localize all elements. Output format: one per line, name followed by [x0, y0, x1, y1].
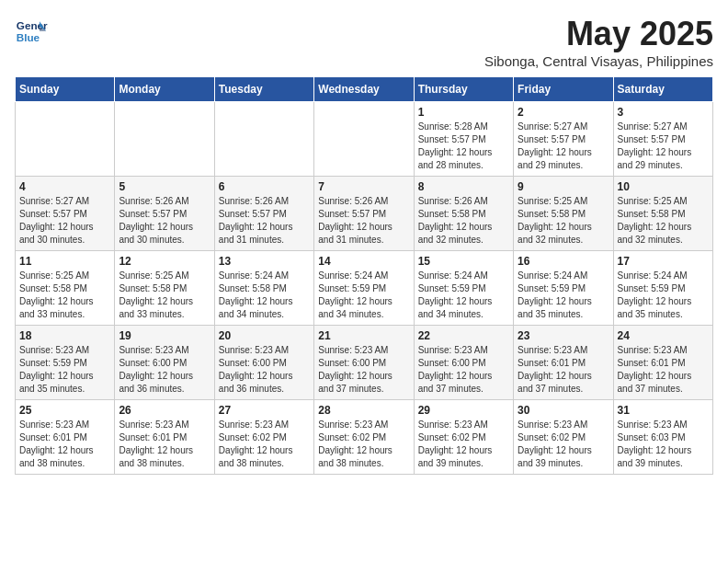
logo-icon: General Blue	[15, 15, 48, 48]
day-number: 18	[19, 329, 110, 342]
logo: General Blue	[15, 15, 48, 48]
calendar-cell: 2Sunrise: 5:27 AM Sunset: 5:57 PM Daylig…	[514, 102, 613, 177]
calendar-cell: 22Sunrise: 5:23 AM Sunset: 6:00 PM Dayli…	[414, 326, 513, 400]
day-number: 5	[119, 180, 210, 193]
weekday-header-saturday: Saturday	[613, 77, 712, 102]
day-number: 10	[618, 180, 709, 193]
calendar-table: SundayMondayTuesdayWednesdayThursdayFrid…	[15, 76, 713, 475]
weekday-header-friday: Friday	[514, 77, 613, 102]
day-number: 31	[618, 404, 709, 417]
calendar-week-3: 11Sunrise: 5:25 AM Sunset: 5:58 PM Dayli…	[16, 251, 713, 326]
day-number: 30	[518, 404, 609, 417]
day-number: 14	[318, 255, 409, 268]
day-number: 25	[19, 404, 110, 417]
day-number: 11	[19, 255, 110, 268]
calendar-cell: 4Sunrise: 5:27 AM Sunset: 5:57 PM Daylig…	[16, 177, 115, 251]
day-number: 15	[418, 255, 509, 268]
day-info: Sunrise: 5:26 AM Sunset: 5:58 PM Dayligh…	[418, 195, 509, 247]
calendar-week-2: 4Sunrise: 5:27 AM Sunset: 5:57 PM Daylig…	[16, 177, 713, 251]
calendar-cell: 7Sunrise: 5:26 AM Sunset: 5:57 PM Daylig…	[314, 177, 414, 251]
calendar-cell: 29Sunrise: 5:23 AM Sunset: 6:02 PM Dayli…	[414, 400, 513, 475]
day-info: Sunrise: 5:24 AM Sunset: 5:59 PM Dayligh…	[418, 270, 509, 321]
day-number: 7	[318, 180, 409, 193]
day-info: Sunrise: 5:25 AM Sunset: 5:58 PM Dayligh…	[119, 270, 210, 321]
calendar-cell: 21Sunrise: 5:23 AM Sunset: 6:00 PM Dayli…	[314, 326, 414, 400]
calendar-cell: 14Sunrise: 5:24 AM Sunset: 5:59 PM Dayli…	[314, 251, 414, 326]
calendar-cell	[214, 102, 313, 177]
day-info: Sunrise: 5:23 AM Sunset: 6:02 PM Dayligh…	[219, 419, 310, 470]
day-info: Sunrise: 5:25 AM Sunset: 5:58 PM Dayligh…	[618, 195, 709, 247]
day-info: Sunrise: 5:27 AM Sunset: 5:57 PM Dayligh…	[518, 121, 609, 172]
calendar-cell: 12Sunrise: 5:25 AM Sunset: 5:58 PM Dayli…	[115, 251, 214, 326]
calendar-cell: 16Sunrise: 5:24 AM Sunset: 5:59 PM Dayli…	[514, 251, 613, 326]
day-number: 22	[418, 329, 509, 342]
day-info: Sunrise: 5:24 AM Sunset: 5:59 PM Dayligh…	[618, 270, 709, 321]
day-number: 24	[618, 329, 709, 342]
day-number: 4	[19, 180, 110, 193]
day-info: Sunrise: 5:23 AM Sunset: 6:02 PM Dayligh…	[318, 419, 409, 470]
day-number: 17	[618, 255, 709, 268]
day-info: Sunrise: 5:23 AM Sunset: 6:01 PM Dayligh…	[518, 344, 609, 396]
calendar-cell: 3Sunrise: 5:27 AM Sunset: 5:57 PM Daylig…	[613, 102, 712, 177]
day-info: Sunrise: 5:23 AM Sunset: 6:02 PM Dayligh…	[418, 419, 509, 470]
day-info: Sunrise: 5:24 AM Sunset: 5:59 PM Dayligh…	[318, 270, 409, 321]
svg-text:Blue: Blue	[17, 31, 40, 43]
day-info: Sunrise: 5:23 AM Sunset: 6:02 PM Dayligh…	[518, 419, 609, 470]
calendar-cell: 17Sunrise: 5:24 AM Sunset: 5:59 PM Dayli…	[613, 251, 712, 326]
day-info: Sunrise: 5:23 AM Sunset: 6:03 PM Dayligh…	[618, 419, 709, 470]
calendar-cell	[16, 102, 115, 177]
calendar-cell: 10Sunrise: 5:25 AM Sunset: 5:58 PM Dayli…	[613, 177, 712, 251]
day-number: 2	[518, 106, 609, 119]
day-number: 12	[119, 255, 210, 268]
day-number: 21	[318, 329, 409, 342]
weekday-header-tuesday: Tuesday	[214, 77, 313, 102]
calendar-week-5: 25Sunrise: 5:23 AM Sunset: 6:01 PM Dayli…	[16, 400, 713, 475]
day-info: Sunrise: 5:23 AM Sunset: 6:00 PM Dayligh…	[418, 344, 509, 396]
calendar-cell: 25Sunrise: 5:23 AM Sunset: 6:01 PM Dayli…	[16, 400, 115, 475]
day-number: 3	[618, 106, 709, 119]
calendar-cell: 30Sunrise: 5:23 AM Sunset: 6:02 PM Dayli…	[514, 400, 613, 475]
day-number: 1	[418, 106, 509, 119]
page-header: General Blue May 2025 Sibonga, Central V…	[15, 15, 713, 69]
weekday-header-thursday: Thursday	[414, 77, 513, 102]
calendar-cell: 18Sunrise: 5:23 AM Sunset: 5:59 PM Dayli…	[16, 326, 115, 400]
day-number: 16	[518, 255, 609, 268]
day-info: Sunrise: 5:26 AM Sunset: 5:57 PM Dayligh…	[119, 195, 210, 247]
day-info: Sunrise: 5:27 AM Sunset: 5:57 PM Dayligh…	[19, 195, 110, 247]
calendar-cell: 31Sunrise: 5:23 AM Sunset: 6:03 PM Dayli…	[613, 400, 712, 475]
calendar-cell: 13Sunrise: 5:24 AM Sunset: 5:58 PM Dayli…	[214, 251, 313, 326]
calendar-cell: 26Sunrise: 5:23 AM Sunset: 6:01 PM Dayli…	[115, 400, 214, 475]
day-number: 13	[219, 255, 310, 268]
weekday-header-monday: Monday	[115, 77, 214, 102]
calendar-cell: 11Sunrise: 5:25 AM Sunset: 5:58 PM Dayli…	[16, 251, 115, 326]
day-info: Sunrise: 5:25 AM Sunset: 5:58 PM Dayligh…	[19, 270, 110, 321]
day-info: Sunrise: 5:23 AM Sunset: 5:59 PM Dayligh…	[19, 344, 110, 396]
calendar-cell: 28Sunrise: 5:23 AM Sunset: 6:02 PM Dayli…	[314, 400, 414, 475]
month-title: May 2025	[484, 15, 713, 53]
weekday-header-sunday: Sunday	[16, 77, 115, 102]
calendar-cell: 15Sunrise: 5:24 AM Sunset: 5:59 PM Dayli…	[414, 251, 513, 326]
day-number: 19	[119, 329, 210, 342]
calendar-cell	[115, 102, 214, 177]
day-info: Sunrise: 5:24 AM Sunset: 5:59 PM Dayligh…	[518, 270, 609, 321]
calendar-cell: 24Sunrise: 5:23 AM Sunset: 6:01 PM Dayli…	[613, 326, 712, 400]
day-info: Sunrise: 5:23 AM Sunset: 6:00 PM Dayligh…	[219, 344, 310, 396]
calendar-cell: 20Sunrise: 5:23 AM Sunset: 6:00 PM Dayli…	[214, 326, 313, 400]
weekday-header-wednesday: Wednesday	[314, 77, 414, 102]
day-number: 6	[219, 180, 310, 193]
day-number: 23	[518, 329, 609, 342]
calendar-cell	[314, 102, 414, 177]
day-info: Sunrise: 5:23 AM Sunset: 6:01 PM Dayligh…	[119, 419, 210, 470]
calendar-cell: 6Sunrise: 5:26 AM Sunset: 5:57 PM Daylig…	[214, 177, 313, 251]
day-info: Sunrise: 5:23 AM Sunset: 6:01 PM Dayligh…	[19, 419, 110, 470]
day-info: Sunrise: 5:23 AM Sunset: 6:00 PM Dayligh…	[119, 344, 210, 396]
day-info: Sunrise: 5:26 AM Sunset: 5:57 PM Dayligh…	[318, 195, 409, 247]
title-area: May 2025 Sibonga, Central Visayas, Phili…	[484, 15, 713, 69]
location-title: Sibonga, Central Visayas, Philippines	[484, 53, 713, 69]
day-info: Sunrise: 5:26 AM Sunset: 5:57 PM Dayligh…	[219, 195, 310, 247]
day-number: 8	[418, 180, 509, 193]
weekday-header-row: SundayMondayTuesdayWednesdayThursdayFrid…	[16, 77, 713, 102]
calendar-cell: 5Sunrise: 5:26 AM Sunset: 5:57 PM Daylig…	[115, 177, 214, 251]
day-number: 26	[119, 404, 210, 417]
day-number: 29	[418, 404, 509, 417]
